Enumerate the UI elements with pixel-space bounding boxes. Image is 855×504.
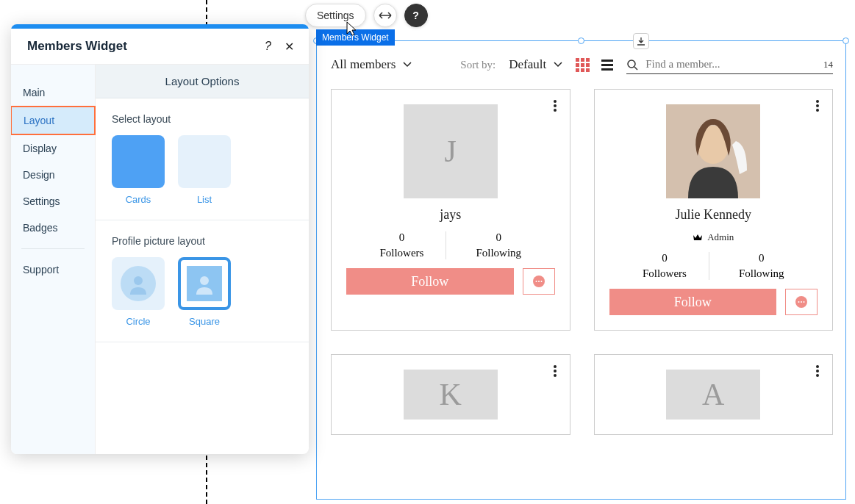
- profile-picture-label: Profile picture layout: [112, 235, 293, 247]
- member-card[interactable]: Julie Kennedy Admin 0 Followers 0 Follow…: [594, 89, 834, 331]
- avatar[interactable]: J: [404, 104, 498, 198]
- card-menu-button[interactable]: [816, 365, 819, 377]
- card-menu-button[interactable]: [554, 365, 557, 377]
- search-input[interactable]: [645, 58, 816, 71]
- avatar[interactable]: A: [666, 370, 760, 420]
- layout-options-header: Layout Options: [96, 65, 309, 98]
- nav-main[interactable]: Main: [11, 79, 95, 106]
- avatar[interactable]: K: [404, 370, 498, 420]
- settings-panel: Members Widget ? ✕ Main Layout Display D…: [11, 24, 309, 454]
- nav-design[interactable]: Design: [11, 162, 95, 188]
- square-profile-icon: [178, 257, 231, 310]
- avatar[interactable]: [666, 104, 760, 198]
- chat-button[interactable]: [785, 289, 818, 315]
- nav-settings[interactable]: Settings: [11, 188, 95, 215]
- stretch-button[interactable]: [373, 4, 397, 27]
- following-label: Following: [476, 247, 521, 259]
- cards-layout-icon: [112, 135, 165, 188]
- member-card[interactable]: A: [594, 354, 834, 435]
- nav-display[interactable]: Display: [11, 135, 95, 162]
- nav-divider: [21, 248, 85, 249]
- close-icon[interactable]: ✕: [285, 40, 294, 54]
- search-icon: [626, 59, 638, 71]
- square-label: Square: [189, 316, 220, 327]
- cards-label: Cards: [126, 194, 151, 205]
- panel-header: Members Widget ? ✕: [11, 29, 309, 65]
- member-card[interactable]: K: [331, 354, 570, 435]
- profile-picture-layout-section: Profile picture layout Circle: [96, 220, 309, 342]
- member-count: 14: [823, 59, 833, 71]
- followers-label: Followers: [643, 267, 687, 280]
- crown-icon: [693, 234, 703, 241]
- list-label: List: [197, 194, 212, 205]
- followers-label: Followers: [379, 247, 423, 259]
- select-layout-label: Select layout: [112, 113, 293, 125]
- svg-point-4: [538, 281, 540, 282]
- import-button[interactable]: [633, 33, 649, 49]
- question-icon: ?: [412, 10, 419, 21]
- svg-point-12: [134, 276, 143, 285]
- member-stats: 0 Followers 0 Following: [372, 231, 529, 259]
- help-icon[interactable]: ?: [265, 40, 271, 54]
- members-widget: All members Sort by: Default 14: [331, 55, 833, 435]
- chevron-down-icon: [554, 62, 562, 68]
- chat-button[interactable]: [523, 268, 555, 295]
- chat-icon: [532, 275, 546, 288]
- following-label: Following: [739, 267, 784, 280]
- admin-badge: Admin: [693, 231, 734, 243]
- profile-option-square[interactable]: Square: [178, 257, 231, 327]
- download-icon: [637, 37, 645, 46]
- panel-title: Members Widget: [27, 39, 127, 54]
- all-members-dropdown[interactable]: All members: [331, 57, 412, 72]
- nav-layout[interactable]: Layout: [11, 106, 96, 135]
- following-count: 0: [496, 231, 502, 244]
- nav-support[interactable]: Support: [11, 256, 95, 283]
- help-button[interactable]: ?: [404, 4, 428, 27]
- svg-point-9: [798, 301, 800, 303]
- grid-view-icon[interactable]: [576, 58, 590, 72]
- follow-button[interactable]: Follow: [609, 289, 777, 315]
- resize-handle[interactable]: [843, 37, 849, 44]
- admin-label: Admin: [707, 231, 734, 243]
- card-menu-button[interactable]: [554, 100, 557, 112]
- sort-dropdown[interactable]: Default: [509, 57, 562, 72]
- widget-header: All members Sort by: Default 14: [331, 55, 833, 74]
- list-view-icon[interactable]: [601, 60, 613, 71]
- svg-point-0: [628, 60, 635, 68]
- follow-button[interactable]: Follow: [346, 268, 514, 295]
- sort-value: Default: [509, 57, 546, 72]
- chevron-down-icon: [403, 62, 412, 68]
- resize-handle[interactable]: [578, 37, 584, 44]
- search-box[interactable]: 14: [626, 55, 833, 74]
- followers-count: 0: [662, 252, 668, 264]
- all-members-label: All members: [331, 57, 396, 72]
- person-icon: [127, 273, 149, 295]
- view-toggle: [576, 58, 613, 72]
- member-card[interactable]: J jays 0 Followers 0 Following Follow: [331, 89, 570, 331]
- member-name: jays: [440, 207, 461, 223]
- sort-by-label: Sort by:: [460, 59, 496, 71]
- stretch-icon: [379, 12, 392, 19]
- nav-badges[interactable]: Badges: [11, 215, 95, 241]
- avatar-photo: [666, 104, 760, 198]
- settings-button[interactable]: Settings: [305, 4, 366, 27]
- following-count: 0: [759, 252, 765, 264]
- list-layout-icon: [178, 135, 231, 188]
- members-grid: J jays 0 Followers 0 Following Follow: [331, 89, 833, 435]
- member-name: Julie Kennedy: [676, 207, 751, 223]
- svg-point-5: [540, 281, 542, 282]
- card-menu-button[interactable]: [816, 100, 819, 112]
- svg-line-1: [634, 67, 637, 70]
- editor-toolbar: Settings ?: [305, 4, 428, 27]
- layout-option-list[interactable]: List: [178, 135, 231, 205]
- person-icon: [193, 273, 215, 295]
- chat-icon: [794, 295, 809, 309]
- svg-point-3: [535, 281, 537, 282]
- select-layout-section: Select layout Cards List: [96, 98, 309, 220]
- widget-tab-label: Members Widget: [316, 29, 395, 46]
- profile-option-circle[interactable]: Circle: [112, 257, 165, 327]
- member-stats: 0 Followers 0 Following: [635, 252, 792, 280]
- circle-label: Circle: [126, 316, 150, 327]
- svg-point-10: [801, 301, 802, 303]
- layout-option-cards[interactable]: Cards: [112, 135, 165, 205]
